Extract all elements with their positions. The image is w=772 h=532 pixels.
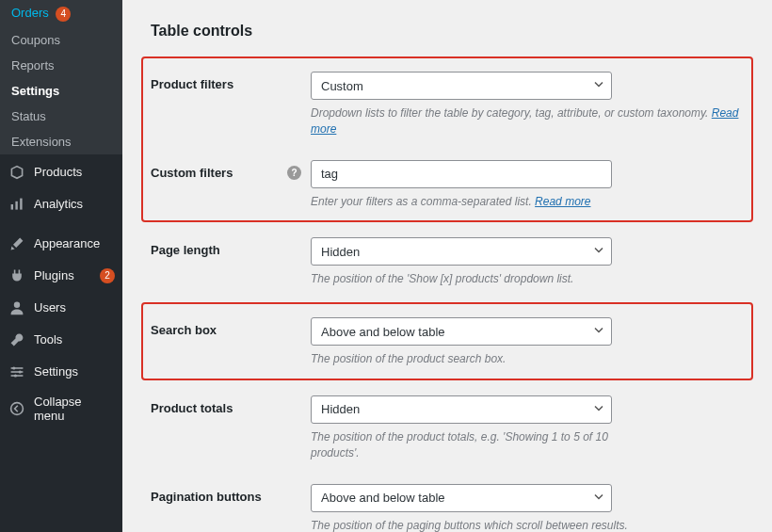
sidebar-main-menu: Products Analytics Appearance Plugins 2 …: [0, 154, 122, 429]
sidebar-sub-status[interactable]: Status: [0, 104, 122, 129]
desc-product-totals: The position of the product totals, e.g.…: [311, 429, 650, 461]
svg-point-9: [14, 374, 17, 377]
help-icon[interactable]: ?: [287, 166, 301, 180]
svg-point-10: [11, 402, 24, 414]
desc-page-length: The position of the 'Show [x] products' …: [311, 271, 650, 287]
svg-rect-0: [11, 204, 13, 210]
svg-point-7: [12, 366, 15, 369]
sidebar-item-users[interactable]: Users: [0, 292, 122, 324]
sidebar-submenu: Orders 4 Coupons Reports Settings Status…: [0, 0, 122, 154]
collapse-icon: [8, 399, 26, 418]
bars-icon: [8, 195, 26, 214]
sidebar-item-collapse[interactable]: Collapse menu: [0, 388, 122, 429]
label-custom-filters: Custom filters ?: [151, 160, 311, 180]
sidebar-item-appearance[interactable]: Appearance: [0, 228, 122, 260]
label-pagination-buttons: Pagination buttons: [151, 484, 311, 504]
highlight-group-search: Search box Above and below table The pos…: [141, 302, 753, 380]
sidebar-item-analytics[interactable]: Analytics: [0, 188, 122, 220]
page-heading: Table controls: [151, 23, 744, 40]
svg-rect-2: [20, 198, 22, 209]
cube-icon: [8, 163, 26, 182]
select-pagination-buttons[interactable]: Above and below table: [311, 484, 612, 512]
sidebar-sub-orders[interactable]: Orders 4: [0, 0, 122, 27]
sliders-icon: [8, 363, 26, 381]
settings-content: Table controls Product filters Custom Dr…: [122, 0, 772, 532]
row-pagination-buttons: Pagination buttons Above and below table…: [151, 476, 744, 532]
link-read-more-custom-filters[interactable]: Read more: [535, 195, 590, 208]
sidebar-item-tools[interactable]: Tools: [0, 324, 122, 356]
select-page-length[interactable]: Hidden: [311, 237, 612, 266]
sidebar-sub-reports[interactable]: Reports: [0, 53, 122, 78]
select-product-totals[interactable]: Hidden: [311, 395, 612, 424]
svg-point-3: [14, 301, 20, 307]
sidebar-item-products[interactable]: Products: [0, 156, 122, 188]
brush-icon: [8, 234, 26, 253]
badge-orders: 4: [56, 7, 71, 22]
label-product-totals: Product totals: [151, 395, 311, 415]
highlight-group-filters: Product filters Custom Dropdown lists to…: [141, 56, 753, 222]
sidebar-item-plugins[interactable]: Plugins 2: [0, 260, 122, 292]
sidebar-item-settings[interactable]: Settings: [0, 356, 122, 388]
row-page-length: Page length Hidden The position of the '…: [151, 230, 744, 302]
badge-plugins: 2: [100, 268, 115, 283]
sidebar-sub-settings[interactable]: Settings: [0, 78, 122, 104]
input-custom-filters[interactable]: [311, 160, 612, 188]
user-icon: [8, 298, 26, 317]
select-product-filters[interactable]: Custom: [311, 72, 612, 100]
svg-point-8: [19, 370, 22, 373]
label-product-filters: Product filters: [151, 72, 311, 91]
sidebar-sub-coupons[interactable]: Coupons: [0, 27, 122, 53]
sidebar-sub-extensions[interactable]: Extensions: [0, 129, 122, 154]
desc-search-box: The position of the product search box.: [311, 351, 650, 367]
plug-icon: [8, 266, 26, 285]
row-search-box: Search box Above and below table The pos…: [151, 310, 744, 373]
desc-product-filters: Dropdown lists to filter the table by ca…: [311, 105, 744, 137]
row-custom-filters: Custom filters ? Enter your filters as a…: [151, 153, 744, 216]
select-search-box[interactable]: Above and below table: [311, 317, 612, 346]
svg-rect-1: [15, 201, 17, 209]
admin-sidebar: Orders 4 Coupons Reports Settings Status…: [0, 0, 122, 532]
label-search-box: Search box: [151, 317, 311, 337]
label-page-length: Page length: [151, 237, 311, 257]
row-product-filters: Product filters Custom Dropdown lists to…: [151, 64, 744, 153]
wrench-icon: [8, 330, 26, 349]
desc-custom-filters: Enter your filters as a comma-separated …: [311, 194, 650, 210]
desc-pagination-buttons: The position of the paging buttons which…: [311, 518, 650, 532]
sidebar-sub-label: Orders: [11, 6, 49, 20]
row-product-totals: Product totals Hidden The position of th…: [151, 388, 744, 476]
